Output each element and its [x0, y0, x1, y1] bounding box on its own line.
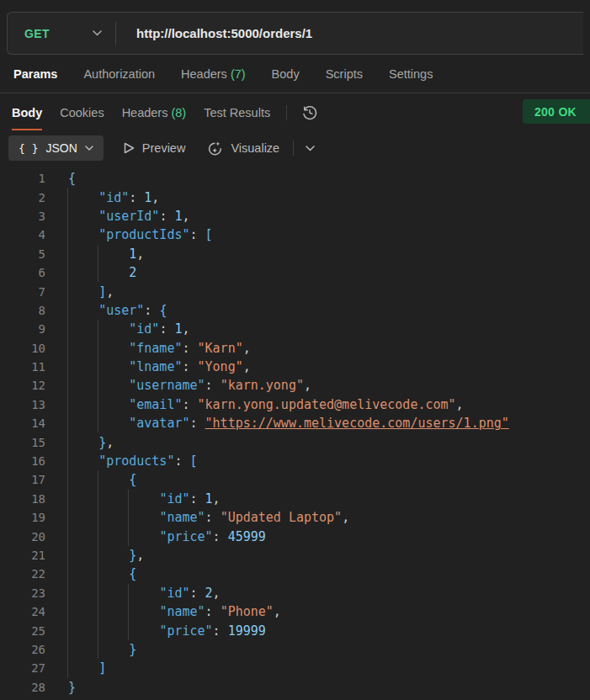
response-tabs-divider: [286, 105, 287, 120]
request-tab-scripts[interactable]: Scripts: [326, 67, 363, 81]
code-line-content: },: [68, 435, 114, 450]
visualize-label: Visualize: [231, 141, 279, 155]
chevron-down-icon: [93, 30, 102, 36]
request-url-row: GET: [0, 0, 590, 55]
code-line: 1{: [0, 169, 590, 188]
indent-guide: [67, 376, 68, 395]
indent-guide: [67, 470, 68, 489]
code-line: 9 "id": 1,: [0, 320, 590, 338]
indent-guide: [98, 508, 98, 527]
response-history-button[interactable]: [299, 102, 321, 124]
indent-guide: [98, 339, 98, 358]
code-line: 21 },: [0, 546, 590, 565]
code-line: 19 "name": "Updated Laptop",: [0, 508, 590, 527]
response-tab-bar: BodyCookiesHeaders (8)Test Results 200 O…: [0, 95, 590, 130]
code-line: 3 "userId": 1,: [0, 207, 590, 225]
response-viewer-toolbar: { } JSON Preview Visualize: [8, 134, 590, 162]
code-line: 11 "lname": "Yong",: [0, 358, 590, 376]
indent-guide: [67, 602, 68, 621]
code-line: 16 "products": [: [0, 452, 590, 470]
code-line-content: "lname": "Yong",: [68, 359, 251, 374]
code-line-content: },: [68, 548, 144, 563]
line-number: 25: [0, 624, 45, 638]
code-line-content: "avatar": "https://www.melivecode.com/us…: [68, 416, 509, 431]
preview-button[interactable]: Preview: [124, 141, 186, 155]
tab-label: Cookies: [60, 106, 104, 119]
code-line: 4 "productIds": [: [0, 225, 590, 244]
url-bar: GET: [7, 12, 583, 55]
format-label: JSON: [45, 141, 77, 155]
indent-guide: [67, 188, 68, 206]
request-tab-body[interactable]: Body: [272, 67, 300, 81]
code-line-content: 1,: [68, 247, 144, 262]
line-number: 27: [0, 661, 45, 675]
code-line-content: "id": 1,: [68, 190, 159, 205]
indent-guide: [98, 470, 98, 489]
response-tab-headers[interactable]: Headers (8): [122, 95, 187, 130]
indent-guide: [98, 490, 98, 508]
play-icon: [124, 142, 135, 154]
indent-guide: [67, 640, 68, 659]
line-number: 11: [0, 360, 45, 374]
code-line-content: {: [68, 566, 136, 581]
tab-label: Settings: [389, 67, 433, 81]
code-line: 17 {: [0, 470, 590, 489]
visualize-button[interactable]: Visualize: [207, 141, 279, 156]
line-number: 8: [0, 304, 45, 317]
code-line: 24 "name": "Phone",: [0, 602, 590, 621]
response-tab-cookies[interactable]: Cookies: [60, 95, 104, 130]
code-line-content: }: [68, 680, 76, 695]
indent-guide: [98, 245, 98, 263]
line-number: 12: [0, 379, 45, 392]
code-line-content: "username": "karn.yong",: [68, 378, 311, 393]
indent-guide: [128, 584, 129, 602]
indent-guide: [67, 207, 68, 225]
url-input[interactable]: [116, 26, 583, 40]
code-line-content: "fname": "Karn",: [68, 341, 251, 356]
toolbar-divider: [293, 141, 294, 156]
indent-guide: [67, 395, 68, 414]
history-icon: [300, 103, 319, 122]
line-number: 18: [0, 492, 45, 506]
indent-guide: [67, 245, 68, 263]
code-line: 6 2: [0, 263, 590, 282]
request-tab-params[interactable]: Params: [13, 67, 57, 81]
indent-guide: [98, 546, 98, 565]
indent-guide: [67, 565, 68, 583]
response-tab-test-results[interactable]: Test Results: [204, 95, 270, 130]
method-selector[interactable]: GET: [8, 13, 115, 54]
code-line: 8 "user": {: [0, 301, 590, 320]
request-tab-authorization[interactable]: Authorization: [83, 67, 155, 81]
code-line-content: {: [68, 171, 76, 186]
response-tabs: BodyCookiesHeaders (8)Test Results: [12, 95, 270, 130]
code-line: 12 "username": "karn.yong",: [0, 376, 590, 395]
indent-guide: [128, 490, 129, 508]
response-tab-body[interactable]: Body: [12, 95, 42, 130]
line-number: 28: [0, 681, 45, 694]
indent-guide: [98, 263, 98, 282]
chevron-down-icon: [306, 146, 315, 151]
indent-guide: [98, 527, 98, 545]
indent-guide: [67, 584, 68, 602]
indent-guide: [98, 395, 98, 414]
request-tab-headers[interactable]: Headers (7): [181, 67, 246, 81]
code-line: 27 ]: [0, 659, 590, 677]
code-line: 18 "id": 1,: [0, 490, 590, 508]
indent-guide: [67, 659, 68, 677]
code-line: 25 "price": 19999: [0, 621, 590, 639]
format-selector-button[interactable]: { } JSON: [8, 135, 104, 161]
toolbar-more-button[interactable]: [304, 144, 316, 153]
tab-label: Headers: [122, 106, 168, 119]
request-tab-settings[interactable]: Settings: [389, 67, 433, 81]
indent-guide: [67, 225, 68, 244]
indent-guide: [98, 584, 98, 602]
request-tabs: ParamsAuthorizationHeaders (7)BodyScript…: [0, 55, 590, 93]
code-line-content: "name": "Updated Laptop",: [68, 510, 349, 525]
code-line-content: "products": [: [68, 453, 198, 469]
indent-guide: [98, 602, 98, 621]
sparkle-icon: [207, 141, 223, 156]
code-line: 10 "fname": "Karn",: [0, 339, 590, 358]
response-body-json[interactable]: 1{2 "id": 1,3 "userId": 1,4 "productIds"…: [0, 169, 590, 697]
chevron-down-icon: [85, 146, 93, 151]
line-number: 5: [0, 247, 45, 261]
